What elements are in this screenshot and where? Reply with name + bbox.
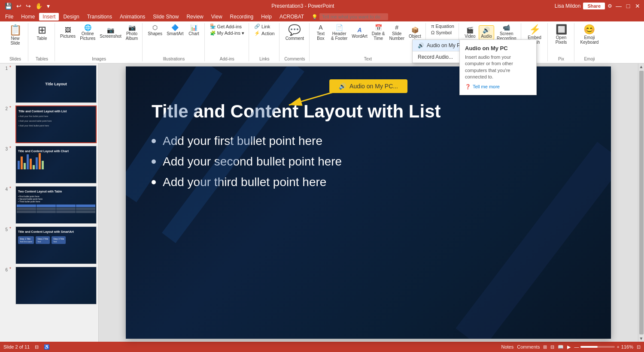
open-pixels-button[interactable]: 🔲 OpenPixels — [553, 23, 570, 45]
menu-design[interactable]: Design — [60, 13, 82, 21]
chart-icon: 📊 — [190, 24, 197, 31]
comments-button[interactable]: Comments — [517, 344, 540, 349]
zoom-in-button[interactable]: + — [617, 344, 619, 349]
comment-label: Comment — [286, 36, 304, 41]
action-label: Action — [261, 31, 275, 36]
table-button[interactable]: ⊞ Table — [34, 23, 50, 42]
video-icon: 🎬 — [466, 27, 474, 33]
maximize-button[interactable]: □ — [625, 3, 631, 9]
emoji-keyboard-button[interactable]: 😊 EmojiKeyboard — [578, 23, 601, 45]
pictures-label: Pictures — [60, 34, 76, 39]
ribbon-group-pix: 🔲 OpenPixels Pix — [549, 23, 574, 61]
slide-thumb-5[interactable]: 5 * Title and Content Layout with SmartA… — [2, 226, 97, 264]
menu-review[interactable]: Review — [183, 13, 207, 21]
menu-recording[interactable]: Recording — [227, 13, 257, 21]
presenter-view-icon[interactable]: ▶ — [567, 344, 571, 350]
slide-thumb-2[interactable]: 2 * Title and Content Layout with List •… — [2, 105, 97, 143]
slide-sorter-icon[interactable]: ⊟ — [550, 344, 554, 350]
close-button[interactable]: ✕ — [635, 3, 641, 9]
tooltip-link[interactable]: ❓ Tell me more — [465, 84, 531, 90]
screenshot-icon: 📷 — [107, 27, 114, 33]
menu-animations[interactable]: Animations — [116, 13, 149, 21]
scroll-down-button[interactable]: ▼ — [638, 335, 644, 342]
slide-thumb-4[interactable]: 4 * Two Content Layout with Table • Firs… — [2, 186, 97, 224]
slide-thumb-1[interactable]: 1 * Title Layout — [2, 65, 97, 103]
svg-line-0 — [126, 66, 212, 195]
notes-button[interactable]: Notes — [501, 344, 513, 349]
shapes-label: Shapes — [148, 31, 162, 36]
new-slide-button[interactable]: 📋 NewSlide — [6, 23, 24, 46]
link-button[interactable]: 🔗 Link — [252, 23, 276, 30]
equation-button[interactable]: π Equation — [429, 23, 456, 29]
slide-3-preview: Title and Content Layout with Chart — [15, 146, 97, 184]
get-addins-button[interactable]: 🏪 Get Add-ins — [208, 23, 246, 30]
symbol-label: Symbol — [436, 30, 452, 35]
zoom-control: — + 116% — [574, 344, 633, 349]
menu-file[interactable]: File — [2, 13, 17, 21]
date-time-button[interactable]: 📅 Date &Time — [370, 23, 387, 42]
menu-insert[interactable]: Insert — [39, 13, 59, 21]
slide-number-button[interactable]: # SlideNumber — [387, 23, 406, 42]
zoom-slider[interactable] — [580, 346, 615, 348]
smartart-icon: 🔷 — [171, 24, 179, 31]
menu-help[interactable]: Help — [258, 13, 275, 21]
customize-qat-icon[interactable]: ▾ — [46, 2, 51, 10]
redo-icon[interactable]: ↪ — [24, 2, 32, 10]
menu-slideshow[interactable]: Slide Show — [149, 13, 182, 21]
info-icon: ❓ — [465, 84, 471, 90]
shapes-button[interactable]: ⬡ Shapes — [146, 23, 164, 37]
links-buttons: 🔗 Link ⚡ Action — [252, 23, 276, 36]
wordart-icon: A — [358, 27, 362, 33]
slide-thumb-6[interactable]: 6 * — [2, 267, 97, 304]
reading-view-icon[interactable]: 📖 — [558, 344, 564, 350]
zoom-out-button[interactable]: — — [574, 344, 579, 349]
pictures-button[interactable]: 🖼 Pictures — [58, 26, 77, 39]
scroll-thumb[interactable] — [639, 71, 644, 334]
action-button[interactable]: ⚡ Action — [252, 30, 276, 36]
comment-button[interactable]: 💬 Comment — [283, 23, 307, 42]
save-icon[interactable]: 💾 — [3, 2, 13, 10]
date-time-label: Date &Time — [372, 31, 385, 41]
undo-icon[interactable]: ↩ — [15, 2, 23, 10]
slide-layout-icon: ⊟ — [35, 344, 39, 350]
tell-me-input[interactable] — [319, 13, 388, 20]
header-footer-button[interactable]: 📄 Header& Footer — [329, 23, 349, 42]
video-button[interactable]: 🎬 Video — [462, 26, 478, 39]
online-pictures-button[interactable]: 🌐 OnlinePictures — [78, 23, 97, 42]
fit-slide-button[interactable]: ⊡ — [637, 344, 641, 350]
my-addins-label: My Add-ins ▾ — [217, 30, 244, 36]
smartart-button[interactable]: 🔷 SmartArt — [165, 23, 185, 37]
menu-transitions[interactable]: Transitions — [84, 13, 115, 21]
symbol-button[interactable]: Ω Symbol — [429, 30, 456, 36]
audio-button[interactable]: 🔊 Audio — [479, 25, 494, 40]
menu-acrobat[interactable]: ACROBAT — [276, 13, 307, 21]
normal-view-icon[interactable]: ⊞ — [543, 344, 547, 350]
main-slide-canvas[interactable]: 🔊 Audio on My PC... Title and Content La… — [126, 66, 611, 339]
textbox-button[interactable]: A TextBox — [313, 23, 328, 42]
images-group-label: Images — [92, 56, 106, 61]
online-pictures-label: OnlinePictures — [80, 31, 95, 41]
share-button[interactable]: Share — [583, 3, 605, 9]
photo-album-button[interactable]: 📷 PhotoAlbum — [124, 23, 140, 42]
status-left: Slide 2 of 11 ⊟ ♿ — [3, 344, 50, 350]
my-addins-button[interactable]: 🧩 My Add-ins ▾ — [208, 30, 246, 36]
emoji-keyboard-label: EmojiKeyboard — [580, 35, 599, 45]
screenshot-button[interactable]: 📷 Screenshot — [98, 26, 123, 39]
screen-recording-button[interactable]: 📹 ScreenRecording — [495, 23, 518, 42]
slide-audio-button[interactable]: 🔊 Audio on My PC... — [329, 79, 407, 93]
wordart-button[interactable]: A WordArt — [350, 26, 369, 39]
object-button[interactable]: 📦 Object — [407, 26, 423, 39]
scroll-up-button[interactable]: ▲ — [638, 63, 644, 70]
touch-icon[interactable]: ✋ — [34, 2, 44, 10]
minimize-button[interactable]: — — [616, 3, 622, 9]
slide-thumb-3[interactable]: 3 * Title and Content Layout with Chart — [2, 146, 97, 184]
ribbon-group-emoji: 😊 EmojiKeyboard Emoji — [575, 23, 604, 61]
chart-button[interactable]: 📊 Chart — [186, 23, 202, 37]
menu-view[interactable]: View — [208, 13, 226, 21]
menu-home[interactable]: Home — [18, 13, 38, 21]
settings-icon[interactable]: ⚙ — [608, 3, 612, 9]
vertical-scrollbar[interactable]: ▲ ▼ — [638, 63, 644, 342]
wordart-label: WordArt — [352, 34, 368, 39]
screenshot-label: Screenshot — [100, 34, 122, 39]
emoji-group-label: Emoji — [584, 56, 595, 61]
